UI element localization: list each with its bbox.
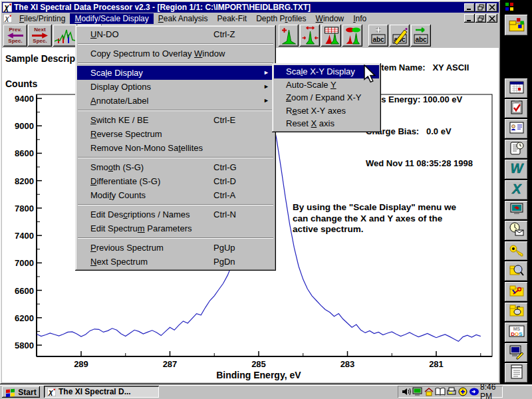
office-button-msdos[interactable]: MSDOS <box>505 323 528 342</box>
menu-item-edit-descriptions-names[interactable]: Edit Descriptions / NamesCtrl-N <box>77 207 274 221</box>
office-button-calendar[interactable] <box>505 78 528 98</box>
menu-item-scale-display[interactable]: Scale Display► <box>77 66 274 80</box>
menubar-item-depth-profiles[interactable]: Depth Profiles <box>251 13 311 24</box>
menu-item-label: Annotate/Label <box>90 96 148 106</box>
menu-item-copy-spectrum-to-overlay-window[interactable]: Copy Spectrum to Overlay Window <box>77 47 274 61</box>
window-minimize-button[interactable] <box>464 3 475 12</box>
svg-text:DOS: DOS <box>511 331 523 336</box>
x-tick-label: 281 <box>429 359 444 369</box>
menu-item-label: Differentiate (S-G) <box>90 176 160 186</box>
mdi-restore-button[interactable] <box>475 14 486 23</box>
menu-item-label: Edit Spectrum Parameters <box>90 223 192 233</box>
office-button-schedule[interactable] <box>505 221 528 241</box>
app-icon: χ <box>47 388 56 396</box>
menu-separator <box>78 43 273 45</box>
office-button-journal[interactable] <box>505 140 528 160</box>
menu-separator <box>78 63 273 64</box>
volume-tray-icon[interactable] <box>401 386 412 397</box>
prev-spectrum-button[interactable]: Prev.Spec. <box>3 25 27 47</box>
spectrum-thumb-1-button[interactable] <box>53 25 77 47</box>
menu-item-edit-spectrum-parameters[interactable]: Edit Spectrum Parameters <box>77 221 274 235</box>
mdi-child-icon[interactable]: χ <box>3 14 12 23</box>
menu-item-reverse-spectrum[interactable]: Reverse Spectrum <box>77 127 274 141</box>
peak-zoom-button[interactable] <box>300 25 320 47</box>
office-folder-button[interactable] <box>505 15 528 36</box>
start-button[interactable]: Start <box>2 386 40 398</box>
tray-clock[interactable]: 8:46 PM <box>480 382 499 399</box>
menu-item-display-options[interactable]: Display Options► <box>77 80 274 94</box>
office-button-key[interactable] <box>505 241 528 261</box>
peak-overlay-button[interactable] <box>342 25 362 47</box>
menu-item-un-do[interactable]: UN-DOCtrl-Z <box>77 27 274 41</box>
menu-item-annotate-label[interactable]: Annotate/Label► <box>77 94 274 108</box>
menu-item-modify-counts[interactable]: Modify CountsCtrl-A <box>77 188 274 202</box>
next-spectrum-button[interactable]: NextSpec. <box>28 25 52 47</box>
plug-tray-icon[interactable] <box>458 386 468 397</box>
menubar-item-peak-fit[interactable]: Peak-Fit <box>212 13 251 24</box>
office-logo-icon <box>505 2 514 11</box>
menu-item-zoom-expand-x-y[interactable]: Zoom / Expand X-Y <box>274 91 379 104</box>
menu-item-label: Auto-Scale Y <box>286 80 336 90</box>
menu-item-reset-x-axis[interactable]: Reset X axis <box>274 117 379 130</box>
menu-item-differentiate-s-g[interactable]: Differentiate (S-G)Ctrl-D <box>77 174 274 188</box>
taskbar: Start χ The XI Spectral D... 8:46 PM <box>0 384 532 399</box>
house-tray-icon[interactable] <box>424 386 434 397</box>
office-button-word[interactable]: W <box>505 160 528 180</box>
menu-item-smooth-s-g[interactable]: Smooth (S-G)Ctrl-G <box>77 160 274 174</box>
msdos-icon: MSDOS <box>509 323 525 342</box>
menu-item-previous-spectrum[interactable]: Previous SpectrumPgUp <box>77 241 274 255</box>
office-button-monitor[interactable] <box>505 201 528 221</box>
display-tray-icon[interactable] <box>412 386 423 397</box>
office-button-folder-tools[interactable] <box>505 282 528 302</box>
find-icon <box>509 262 525 281</box>
window-restore-button[interactable] <box>475 3 486 12</box>
office-button-folder-mouse[interactable] <box>505 303 528 323</box>
menubar-item-files-printing[interactable]: Files/Printing <box>15 13 70 24</box>
menubar-item-peak-analysis[interactable]: Peak Analysis <box>154 13 213 24</box>
window-close-button[interactable] <box>487 3 497 12</box>
monitor-icon <box>509 201 525 219</box>
svg-text:χ: χ <box>3 3 10 12</box>
menubar-item-modify-scale-display[interactable]: Modify/Scale Display <box>70 13 153 24</box>
menu-item-switch-ke-be[interactable]: Switch KE / BECtrl-E <box>77 113 274 127</box>
office-button-find[interactable] <box>505 261 528 281</box>
excel-icon: X <box>509 181 525 200</box>
mdi-minimize-button[interactable] <box>464 14 475 23</box>
journal-icon <box>509 140 525 159</box>
y-tick-label: 9000 <box>15 121 34 131</box>
menu-item-label: Previous Spectrum <box>90 243 164 253</box>
window-title: The XI Spectral Data Processor v2.3 - [R… <box>14 3 311 12</box>
menu-item-next-spectrum[interactable]: Next SpectrumPgDn <box>77 255 274 269</box>
y-tick-label: 7000 <box>15 258 34 268</box>
taskbar-task-button[interactable]: χ The XI Spectral D... <box>44 386 159 398</box>
y-tick-label: 7800 <box>15 203 34 213</box>
menu-item-label: Edit Descriptions / Names <box>90 209 190 219</box>
book-tray-icon[interactable] <box>435 386 446 397</box>
office-button-contacts[interactable] <box>505 119 528 139</box>
x-axis-ticks: 289287285283281 <box>74 351 481 369</box>
y-tick-label: 9400 <box>15 94 34 104</box>
menu-item-label: Smooth (S-G) <box>90 162 144 172</box>
menu-item-label: Modify Counts <box>90 190 146 200</box>
office-bar-title: Office <box>510 39 532 78</box>
menu-item-label: Next Spectrum <box>90 257 148 267</box>
menu-item-remove-non-mono-satellites[interactable]: Remove Non-Mono Satellites <box>77 141 274 155</box>
fax-tray-icon[interactable] <box>446 386 457 397</box>
office-bar-titlebar[interactable] <box>501 0 532 13</box>
office-button-excel[interactable]: X <box>505 180 528 200</box>
acquisition-info-panel: System Name: XY ASCII Pass Energy: 100.0… <box>366 41 473 190</box>
office-button-tasks[interactable] <box>505 99 528 119</box>
menubar-item-info[interactable]: Info <box>348 13 371 24</box>
peak-grid-button[interactable] <box>321 25 341 47</box>
peak-add-button[interactable] <box>279 25 299 47</box>
menu-item-shortcut: Ctrl-D <box>213 174 236 188</box>
mdi-close-button[interactable] <box>487 14 497 23</box>
quickview-tray-icon[interactable] <box>469 386 479 397</box>
system-name: System Name: XY ASCII <box>366 63 473 73</box>
menubar-item-window[interactable]: Window <box>311 13 349 24</box>
menu-item-label: Remove Non-Mono Satellites <box>90 143 203 153</box>
office-button-setup[interactable] <box>505 343 528 363</box>
office-button-notepad[interactable] <box>505 363 528 383</box>
y-tick-label: 7400 <box>15 231 34 241</box>
menu-item-reset-x-y-axes[interactable]: Reset X-Y axes <box>274 104 379 118</box>
